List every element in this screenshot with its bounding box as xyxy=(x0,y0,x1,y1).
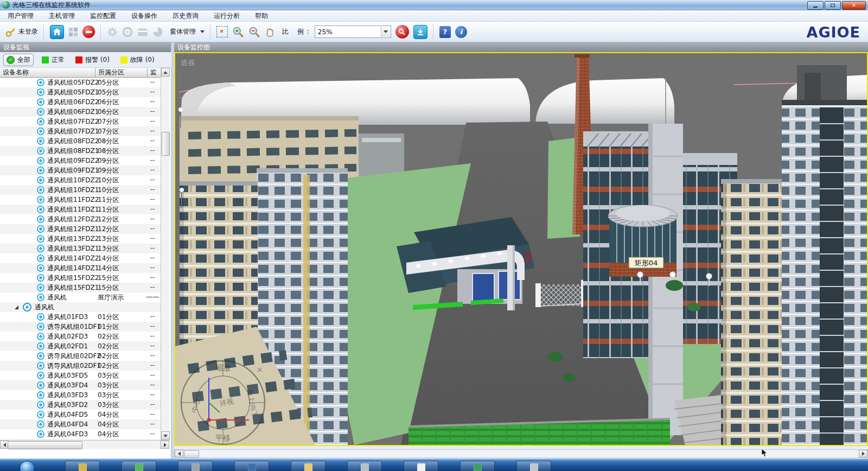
scroll-up-button[interactable] xyxy=(161,68,170,77)
table-row[interactable]: 通风机组10FDZ110分区-- xyxy=(0,185,161,195)
table-row[interactable]: 通风机组07FDZ207分区-- xyxy=(0,117,161,126)
table-row[interactable]: 通风机03FD303分区-- xyxy=(0,390,161,400)
table-row[interactable]: 通风机02FD302分区-- xyxy=(0,332,161,341)
table-row[interactable]: 通风机02FD102分区-- xyxy=(0,341,161,351)
taskbar-app-2[interactable] xyxy=(122,461,156,471)
zoom-in-button[interactable] xyxy=(230,24,246,40)
menu-item-1[interactable]: 用户管理 xyxy=(0,10,41,22)
taskbar-app-5[interactable] xyxy=(291,461,326,471)
maximize-button[interactable] xyxy=(825,1,841,10)
filter-fault[interactable]: 故障 (0) xyxy=(118,54,157,66)
taskbar-app-6[interactable] xyxy=(347,461,382,471)
device-icon xyxy=(37,274,44,282)
scroll-left-button[interactable] xyxy=(175,450,183,457)
table-row[interactable]: 通风机组11FDZ211分区-- xyxy=(0,195,161,205)
combo-arrow[interactable] xyxy=(381,27,390,37)
help-button[interactable]: ? xyxy=(437,24,453,40)
table-row[interactable]: 通风机组08FDZ208分区-- xyxy=(0,136,161,146)
table-row[interactable]: 通风机03FD203分区-- xyxy=(0,400,161,410)
home-button[interactable] xyxy=(48,24,66,40)
column-header-zone[interactable]: 所属分区 xyxy=(95,68,148,78)
menu-item-5[interactable]: 历史查询 xyxy=(165,10,206,22)
table-row[interactable]: 通风机01FD301分区-- xyxy=(0,312,161,322)
scroll-thumb[interactable] xyxy=(184,450,199,458)
table-row[interactable]: 通风机03FD403分区-- xyxy=(0,380,161,390)
menu-item-2[interactable]: 主机管理 xyxy=(41,10,82,22)
navigation-wheel[interactable]: 缩放 中心 环视 向上/向下 平移 × xyxy=(181,361,265,444)
table-row[interactable]: 通风机组06FDZ206分区-- xyxy=(0,97,161,107)
table-row[interactable]: 通风机组10FDZ210分区-- xyxy=(0,175,161,185)
export-button[interactable] xyxy=(411,24,430,40)
scroll-thumb[interactable] xyxy=(8,441,82,449)
fan-tool-button[interactable] xyxy=(105,24,120,40)
filter-all[interactable]: ✓全部 xyxy=(3,54,34,66)
close-button[interactable]: ✕ xyxy=(842,1,866,10)
table-row[interactable]: 诱导风机组02DF102分区-- xyxy=(0,361,161,371)
device-group-row[interactable]: 通风机 xyxy=(0,302,161,312)
scale-combobox[interactable]: 25% xyxy=(315,26,391,38)
menu-item-4[interactable]: 设备操作 xyxy=(124,10,165,22)
table-row[interactable]: 通风机04FD304分区-- xyxy=(0,429,161,439)
table-row[interactable]: 通风机组07FDZ107分区-- xyxy=(0,126,161,136)
device-list-horizontal-scrollbar[interactable] xyxy=(0,440,169,449)
menu-item-3[interactable]: 监控配置 xyxy=(82,10,124,22)
marquee-zoom-button[interactable] xyxy=(214,24,230,40)
table-row[interactable]: 通风机组13FDZ213分区-- xyxy=(0,234,161,244)
pie-tool-button[interactable] xyxy=(150,24,165,40)
taskbar-app-9[interactable] xyxy=(516,461,551,471)
menu-item-6[interactable]: 运行分析 xyxy=(206,10,247,22)
taskbar-app-3[interactable] xyxy=(178,461,213,471)
taskbar-app-7[interactable] xyxy=(404,461,438,471)
device-list-vertical-scrollbar[interactable] xyxy=(161,68,169,440)
table-row[interactable]: 通风机组15FDZ115分区-- xyxy=(0,283,161,292)
window-manage-button[interactable]: 窗体管理 xyxy=(165,24,207,40)
chevron-down-icon xyxy=(200,30,205,33)
table-row[interactable]: 通风机组09FDZ109分区-- xyxy=(0,166,161,175)
taskbar-app-8[interactable] xyxy=(460,461,495,471)
table-row[interactable]: 通风机组05FDZ205分区-- xyxy=(0,78,161,87)
table-row[interactable]: 通风机组09FDZ209分区-- xyxy=(0,156,161,166)
table-row[interactable]: 通风机04FD504分区-- xyxy=(0,410,161,419)
3d-viewport[interactable]: 矩形04 缩放 中心 环视 向上/向下 平移 × xyxy=(174,52,868,446)
scroll-right-button[interactable] xyxy=(161,441,169,449)
table-row[interactable]: 通风机组14FDZ214分区-- xyxy=(0,253,161,263)
column-header-monitor[interactable]: 监视 xyxy=(148,68,161,78)
scroll-right-button[interactable] xyxy=(859,450,867,457)
table-row[interactable]: 通风机组12FDZ112分区-- xyxy=(0,224,161,234)
table-row[interactable]: 诱导风机组02DF202分区-- xyxy=(0,351,161,361)
scroll-thumb[interactable] xyxy=(162,132,170,156)
minimize-button[interactable] xyxy=(807,1,824,10)
menu-item-7[interactable]: 帮助 xyxy=(247,10,276,22)
expander-icon[interactable] xyxy=(15,305,18,309)
filter-normal[interactable]: 正常 xyxy=(39,54,67,66)
table-row[interactable]: 通风机展厅演示—— xyxy=(0,292,161,302)
table-row[interactable]: 通风机组13FDZ113分区-- xyxy=(0,244,161,253)
start-orb[interactable] xyxy=(20,461,35,471)
login-button[interactable]: 未登录 xyxy=(3,24,40,40)
table-row[interactable]: 通风机组15FDZ215分区-- xyxy=(0,273,161,283)
pan-button[interactable] xyxy=(263,24,278,40)
table-row[interactable]: 通风机组11FDZ111分区-- xyxy=(0,205,161,214)
wheel-tool-button[interactable] xyxy=(120,24,135,40)
table-row[interactable]: 诱导风机组01DF101分区-- xyxy=(0,322,161,332)
taskbar-app-1[interactable] xyxy=(65,461,100,471)
scroll-down-button[interactable] xyxy=(161,431,170,440)
taskbar-app-4[interactable] xyxy=(234,461,269,471)
table-row[interactable]: 通风机组06FDZ106分区-- xyxy=(0,107,161,117)
stop-button[interactable] xyxy=(80,24,97,40)
zoom-out-button[interactable] xyxy=(246,24,263,40)
table-row[interactable]: 通风机组08FDZ108分区-- xyxy=(0,146,161,156)
fit-view-button[interactable] xyxy=(393,24,411,40)
about-button[interactable]: i xyxy=(453,24,469,40)
table-row[interactable]: 通风机03FD503分区-- xyxy=(0,371,161,380)
title-bar[interactable]: 光格三维在线监控系统软件 ✕ xyxy=(0,0,868,10)
archive-tool-button[interactable] xyxy=(135,24,150,40)
table-row[interactable]: 通风机组12FDZ212分区-- xyxy=(0,214,161,224)
filter-alarm[interactable]: 报警 (0) xyxy=(73,54,112,66)
table-row[interactable]: 通风机组05FDZ105分区-- xyxy=(0,87,161,97)
table-row[interactable]: 通风机组14FDZ114分区-- xyxy=(0,263,161,273)
layout-button[interactable] xyxy=(66,24,80,40)
device-icon xyxy=(37,118,44,125)
table-row[interactable]: 通风机04FD404分区-- xyxy=(0,419,161,429)
column-header-name[interactable]: 设备名称 xyxy=(0,68,95,78)
